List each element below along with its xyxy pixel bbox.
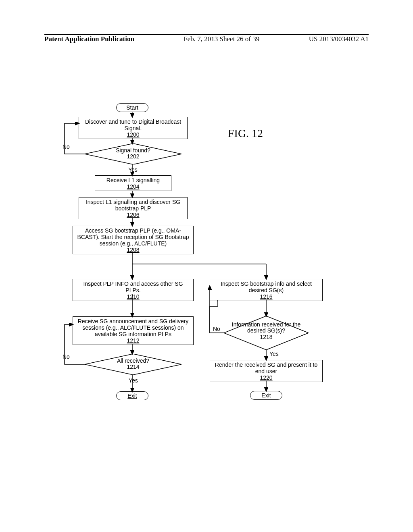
page: Patent Application Publication Feb. 7, 2… [0,0,413,532]
connectors [0,0,413,532]
